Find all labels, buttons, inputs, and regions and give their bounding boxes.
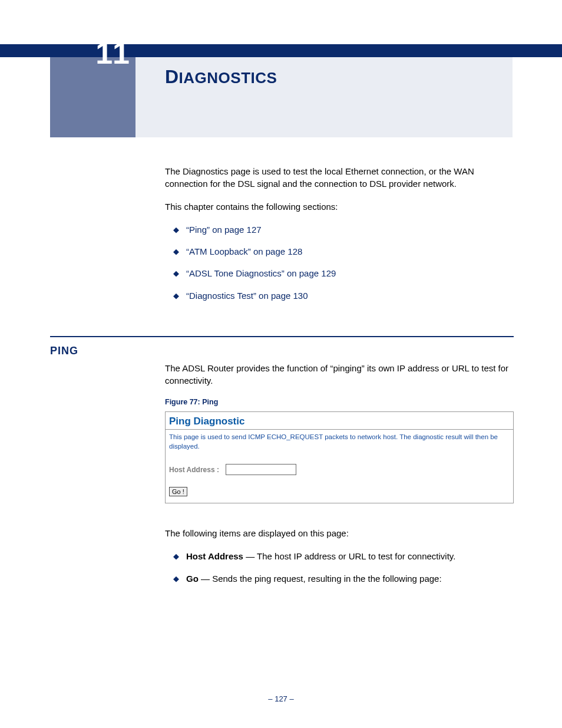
diamond-bullet-icon: ◆	[173, 247, 179, 256]
chapter-title: DIAGNOSTICS	[165, 66, 277, 88]
ping-section: The ADSL Router provides the function of…	[165, 362, 514, 594]
intro-para-1: The Diagnostics page is used to test the…	[165, 165, 514, 190]
diamond-bullet-icon: ◆	[173, 291, 179, 300]
host-address-input[interactable]	[226, 464, 296, 475]
toc-item: ◆“ADSL Tone Diagnostics” on page 129	[173, 267, 514, 279]
toc-link-diagnostics-test[interactable]: “Diagnostics Test” on page 130	[186, 291, 308, 301]
body-content: The Diagnostics page is used to test the…	[165, 165, 514, 325]
diamond-bullet-icon: ◆	[173, 574, 179, 583]
item-term: Go	[186, 574, 199, 584]
toc-list: ◆“Ping” on page 127 ◆“ATM Loopback” on p…	[173, 223, 514, 302]
toc-link-atm-loopback[interactable]: “ATM Loopback” on page 128	[186, 246, 302, 256]
toc-link-adsl-tone[interactable]: “ADSL Tone Diagnostics” on page 129	[186, 268, 336, 278]
diamond-bullet-icon: ◆	[173, 552, 179, 561]
toc-item: ◆“Diagnostics Test” on page 130	[173, 289, 514, 302]
go-button[interactable]: Go !	[169, 487, 187, 496]
item-term: Host Address	[186, 551, 243, 561]
ping-box-title: Ping Diagnostic	[166, 412, 513, 430]
go-row: Go !	[166, 479, 513, 503]
host-address-label: Host Address :	[169, 465, 221, 475]
ping-intro: The ADSL Router provides the function of…	[165, 362, 514, 387]
page-number: – 127 –	[0, 694, 562, 703]
toc-item: ◆“Ping” on page 127	[173, 223, 514, 236]
items-lead: The following items are displayed on thi…	[165, 527, 514, 539]
section-rule	[50, 336, 514, 337]
items-list: ◆Host Address — The host IP address or U…	[173, 550, 514, 584]
ping-figure-box: Ping Diagnostic This page is used to sen…	[165, 411, 514, 504]
chapter-title-rest: IAGNOSTICS	[179, 69, 277, 87]
intro-para-2: This chapter contains the following sect…	[165, 200, 514, 213]
chapter-number: 11	[50, 35, 135, 71]
toc-item: ◆“ATM Loopback” on page 128	[173, 245, 514, 258]
list-item: ◆Host Address — The host IP address or U…	[173, 550, 514, 562]
section-heading-ping: PING	[50, 345, 78, 357]
item-desc: — The host IP address or URL to test for…	[243, 551, 455, 561]
ping-box-desc: This page is used to send ICMP ECHO_REQU…	[166, 430, 513, 452]
list-item: ◆Go — Sends the ping request, resulting …	[173, 572, 514, 585]
toc-link-ping[interactable]: “Ping” on page 127	[186, 225, 262, 235]
diamond-bullet-icon: ◆	[173, 225, 179, 234]
host-address-row: Host Address :	[166, 452, 513, 479]
figure-caption: Figure 77: Ping	[165, 397, 514, 408]
item-desc: — Sends the ping request, resulting in t…	[199, 574, 442, 584]
diamond-bullet-icon: ◆	[173, 269, 179, 278]
